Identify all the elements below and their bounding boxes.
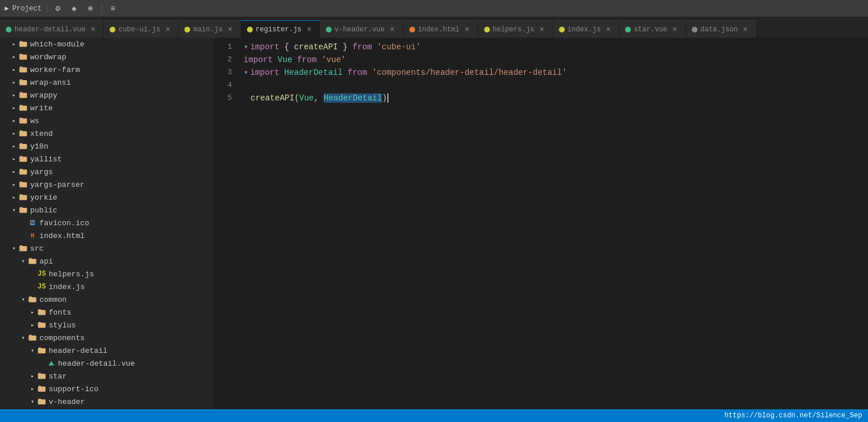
tab-close-index-js[interactable]: × <box>604 25 613 34</box>
tree-item-label: support-ico <box>49 385 99 394</box>
token: HeaderDetail <box>324 93 382 103</box>
tab-register[interactable]: register.js× <box>241 20 320 38</box>
tree-item[interactable]: ▸yallist <box>0 153 214 165</box>
tree-item[interactable]: 🖼favicon.ico <box>0 217 214 229</box>
tab-index-js[interactable]: index.js× <box>553 20 620 38</box>
tab-close-index-html[interactable]: × <box>463 25 472 34</box>
tab-label-index-js: index.js <box>568 26 601 34</box>
tab-label-header-detail: header-detail.vue <box>14 26 85 34</box>
tree-item-label: wrappy <box>30 91 57 100</box>
tab-close-header-detail[interactable]: × <box>88 25 97 34</box>
tree-item[interactable]: ▾public <box>0 204 214 217</box>
tab-close-main[interactable]: × <box>226 25 235 34</box>
tree-item[interactable]: ▸wrap-ansi <box>0 76 214 89</box>
menu-btn[interactable]: ≡ <box>107 2 119 15</box>
tree-file-icon <box>37 371 46 381</box>
tab-label-main: main.js <box>193 26 222 34</box>
tab-icon-index-html <box>409 27 415 33</box>
view-btn[interactable]: ◈ <box>68 2 81 15</box>
tree-item[interactable]: ▾header-detail <box>0 344 214 357</box>
fold-arrow[interactable]: ▾ <box>244 42 248 52</box>
tree-file-icon <box>28 295 37 304</box>
tree-item[interactable]: ▾v-header <box>0 395 214 408</box>
tab-close-cube-ui[interactable]: × <box>163 25 172 34</box>
tree-file-icon: JS <box>37 269 46 279</box>
line-number: 3 <box>215 66 232 79</box>
tab-icon-helpers <box>484 27 490 33</box>
token: from <box>348 68 368 77</box>
project-label: Project <box>12 5 41 13</box>
tree-item[interactable]: JSindex.js <box>0 280 214 293</box>
tree-item-label: yorkie <box>30 193 57 202</box>
tree-item[interactable]: ▸yargs-parser <box>0 178 214 191</box>
token: from <box>353 42 372 52</box>
tree-item[interactable]: ▸ws <box>0 114 214 127</box>
tree-file-icon <box>19 154 28 164</box>
tree-file-icon <box>19 116 28 125</box>
tree-item[interactable]: ▸worker-farm <box>0 63 214 76</box>
tree-item[interactable]: ▸stylus <box>0 319 214 331</box>
tree-file-icon: 🖼 <box>28 218 37 228</box>
token: { <box>279 42 294 52</box>
tab-data-json[interactable]: data.json× <box>686 20 757 38</box>
tree-arrow: ▸ <box>9 53 19 60</box>
tree-item[interactable]: ▾api <box>0 255 214 268</box>
tree-item[interactable]: ▸wrappy <box>0 89 214 102</box>
editor[interactable]: 12345 ▾import { createAPI } from 'cube-u… <box>215 38 868 409</box>
tab-close-data-json[interactable]: × <box>741 25 750 34</box>
tree-item[interactable]: ▸yargs <box>0 165 214 178</box>
tree-file-icon <box>19 193 28 202</box>
tree-item-label: which-module <box>30 40 85 49</box>
tree-item[interactable]: ▸write <box>0 102 214 114</box>
tab-cube-ui[interactable]: cube-ui.js× <box>104 20 179 38</box>
tree-item-label: wordwrap <box>30 53 66 62</box>
tab-icon-cube-ui <box>110 27 115 33</box>
tree-item[interactable]: ▸which-module <box>0 38 214 51</box>
tab-v-header[interactable]: v-header.vue× <box>320 20 403 38</box>
tab-star[interactable]: star.vue× <box>619 20 686 38</box>
tab-close-helpers[interactable]: × <box>537 25 547 34</box>
tree-file-icon <box>28 333 37 342</box>
tree-item[interactable]: ▸star <box>0 370 214 383</box>
tab-close-star[interactable]: × <box>670 25 680 34</box>
tree-file-icon <box>19 167 28 176</box>
tab-close-register[interactable]: × <box>304 25 314 34</box>
tree-file-icon <box>37 320 46 330</box>
tree-arrow: ▸ <box>28 322 37 329</box>
fold-arrow[interactable]: ▾ <box>244 68 248 77</box>
tab-icon-header-detail <box>6 27 12 33</box>
tree-item[interactable]: ▸yorkie <box>0 191 214 204</box>
tree-item[interactable]: ▾src <box>0 242 214 255</box>
token: Vue <box>299 93 314 103</box>
tab-header-detail[interactable]: header-detail.vue× <box>0 20 104 38</box>
tab-helpers[interactable]: helpers.js× <box>478 20 553 38</box>
tree-item[interactable]: JShelpers.js <box>0 268 214 280</box>
tree-item-label: favicon.ico <box>39 219 89 228</box>
token: import <box>250 68 279 77</box>
tree-item[interactable]: Hindex.html <box>0 229 214 242</box>
sidebar: ▸which-module▸wordwrap▸worker-farm▸wrap-… <box>0 38 215 409</box>
settings-btn[interactable]: ⚙ <box>52 2 64 15</box>
add-btn[interactable]: ⊕ <box>84 2 97 15</box>
tree-file-icon <box>37 346 46 355</box>
tab-close-v-header[interactable]: × <box>388 25 397 34</box>
tree-arrow: ▸ <box>28 373 37 380</box>
tab-index-html[interactable]: index.html× <box>404 20 478 38</box>
tab-icon-star <box>625 27 631 33</box>
tree-item[interactable]: ▸fonts <box>0 306 214 319</box>
tree-item[interactable]: ▾common <box>0 293 214 306</box>
tree-item[interactable]: ▾components <box>0 331 214 344</box>
status-bar: https://blog.csdn.net/Silence_Sep <box>0 409 868 422</box>
tree-file-icon <box>46 359 56 368</box>
token: createAPI <box>250 93 295 103</box>
tree-arrow: ▸ <box>9 117 19 124</box>
tree-item[interactable]: ▸support-ico <box>0 383 214 395</box>
tree-item[interactable]: ▸xtend <box>0 127 214 140</box>
tree-arrow: ▸ <box>9 143 19 150</box>
tab-main[interactable]: main.js× <box>179 20 241 38</box>
tree-item[interactable]: header-detail.vue <box>0 357 214 370</box>
tree-item[interactable]: ▸wordwrap <box>0 51 214 63</box>
tree-item-label: xtend <box>30 129 53 138</box>
tree-arrow: ▾ <box>28 347 37 354</box>
tree-item[interactable]: ▸y18n <box>0 140 214 153</box>
